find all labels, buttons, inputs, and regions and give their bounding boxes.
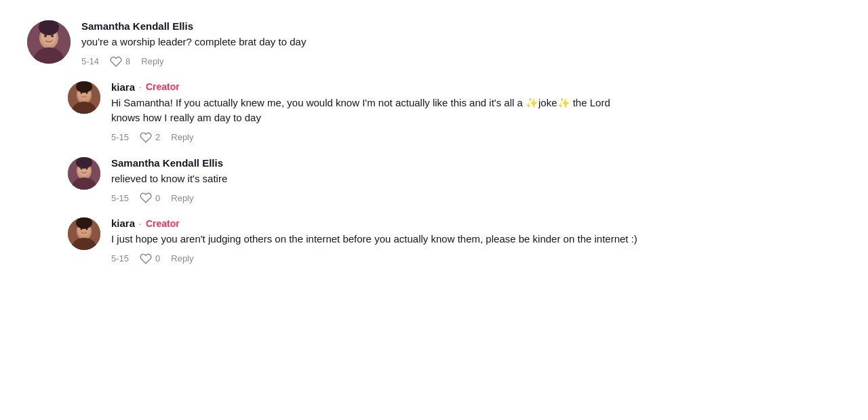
comment-actions: 5-14 8 Reply: [81, 56, 637, 68]
avatar: [68, 157, 100, 190]
heart-icon: [110, 56, 122, 68]
reply-button[interactable]: Reply: [171, 193, 193, 203]
avatar: [68, 217, 100, 250]
heart-icon: [140, 131, 152, 144]
like-button[interactable]: 0: [140, 192, 160, 204]
like-button[interactable]: 8: [110, 56, 130, 68]
like-count: 2: [155, 132, 160, 142]
comment-username: kiara: [111, 81, 135, 93]
avatar: [68, 81, 100, 114]
comment-content: kiara · Creator Hi Samantha! If you actu…: [111, 81, 637, 144]
comment-text: you're a worship leader? complete brat d…: [81, 35, 637, 50]
comment-item: Samantha Kendall Ellis you're a worship …: [27, 20, 637, 68]
reply-button[interactable]: Reply: [141, 56, 163, 66]
reply-button[interactable]: Reply: [171, 253, 193, 264]
avatar: [27, 20, 71, 64]
comment-text: Hi Samantha! If you actually knew me, yo…: [111, 96, 637, 126]
dot-separator: ·: [139, 218, 142, 229]
comment-content: Samantha Kendall Ellis you're a worship …: [81, 20, 637, 68]
comment-content: Samantha Kendall Ellis relieved to know …: [111, 157, 637, 205]
comment-actions: 5-15 0 Reply: [111, 253, 637, 265]
creator-badge: Creator: [146, 218, 180, 229]
like-button[interactable]: 2: [140, 131, 160, 144]
comment-header: kiara · Creator: [111, 81, 637, 93]
comment-username: Samantha Kendall Ellis: [81, 20, 193, 32]
comment-header: Samantha Kendall Ellis: [111, 157, 637, 169]
comment-text: relieved to know it's satire: [111, 171, 637, 187]
comment-username: Samantha Kendall Ellis: [111, 157, 223, 169]
reply-button[interactable]: Reply: [171, 132, 193, 142]
like-count: 0: [155, 253, 160, 264]
comment-item: Samantha Kendall Ellis relieved to know …: [68, 157, 637, 205]
heart-icon: [140, 253, 152, 265]
comment-date: 5-14: [81, 56, 99, 66]
creator-badge: Creator: [146, 81, 180, 92]
comment-item: kiara · Creator I just hope you aren't j…: [68, 217, 637, 265]
comment-date: 5-15: [111, 132, 129, 142]
heart-icon: [140, 192, 152, 204]
comment-item: kiara · Creator Hi Samantha! If you actu…: [68, 81, 637, 144]
comment-username: kiara: [111, 217, 135, 229]
comment-header: kiara · Creator: [111, 217, 637, 229]
comment-actions: 5-15 0 Reply: [111, 192, 637, 204]
comment-actions: 5-15 2 Reply: [111, 131, 637, 144]
comment-date: 5-15: [111, 193, 129, 203]
comment-date: 5-15: [111, 253, 129, 264]
dot-separator: ·: [139, 81, 142, 92]
comment-content: kiara · Creator I just hope you aren't j…: [111, 217, 637, 265]
like-count: 0: [155, 193, 160, 203]
comment-text: I just hope you aren't judging others on…: [111, 232, 637, 247]
like-button[interactable]: 0: [140, 253, 160, 265]
comment-header: Samantha Kendall Ellis: [81, 20, 637, 32]
like-count: 8: [125, 56, 130, 66]
comment-thread: Samantha Kendall Ellis you're a worship …: [27, 14, 637, 285]
